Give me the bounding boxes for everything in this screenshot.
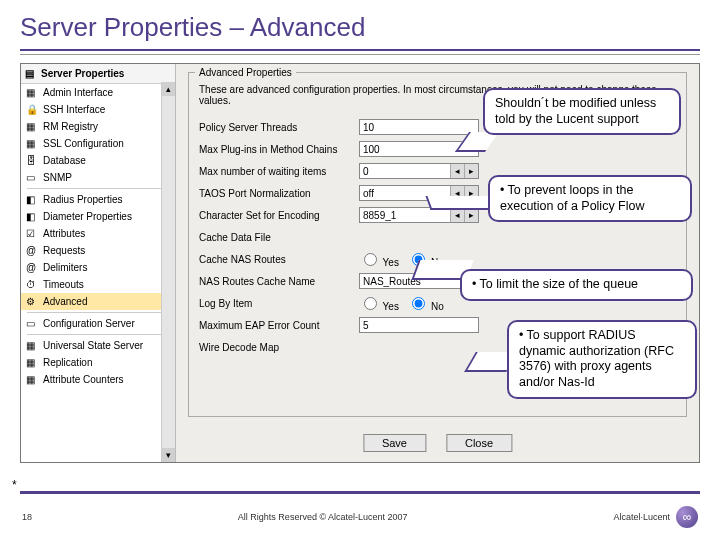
property-label: Character Set for Encoding <box>199 210 359 221</box>
sidebar-item-advanced[interactable]: ⚙Advanced <box>21 293 175 310</box>
property-input[interactable] <box>359 317 479 333</box>
spin-right-icon[interactable]: ▸ <box>464 164 478 178</box>
sidebar-item-ssl-configuration[interactable]: ▦SSL Configuration <box>21 135 175 152</box>
sidebar-item-snmp[interactable]: ▭SNMP <box>21 169 175 186</box>
sidebar-item-icon: ▭ <box>26 172 38 184</box>
sidebar-item-attributes[interactable]: ☑Attributes <box>21 225 175 242</box>
copyright: All Rights Reserved © Alcatel-Lucent 200… <box>238 512 408 522</box>
sidebar-item-ssh-interface[interactable]: 🔒SSH Interface <box>21 101 175 118</box>
sidebar-item-label: SSH Interface <box>43 104 105 115</box>
page-number: 18 <box>22 512 32 522</box>
callout-loops: • To prevent loops in the execution of a… <box>488 175 692 222</box>
property-label: Policy Server Threads <box>199 122 359 133</box>
sidebar-item-label: Universal State Server <box>43 340 143 351</box>
property-label: NAS Routes Cache Name <box>199 276 359 287</box>
brand-text: Alcatel·Lucent <box>613 512 670 522</box>
sidebar-item-icon: @ <box>26 245 38 257</box>
sidebar-scrollbar[interactable]: ▴ ▾ <box>161 82 175 462</box>
sidebar-item-label: Attribute Counters <box>43 374 124 385</box>
sidebar-item-icon: 🔒 <box>26 104 38 116</box>
sidebar-item-requests[interactable]: @Requests <box>21 242 175 259</box>
property-row: Max Plug-ins in Method Chains <box>199 138 676 160</box>
sidebar-item-diameter-properties[interactable]: ◧Diameter Properties <box>21 208 175 225</box>
sidebar-item-label: Requests <box>43 245 85 256</box>
spin-left-icon[interactable]: ◂ <box>450 164 464 178</box>
sidebar-item-label: SSL Configuration <box>43 138 124 149</box>
sidebar-item-label: Delimiters <box>43 262 87 273</box>
sidebar-item-icon: ▦ <box>26 357 38 369</box>
property-value: off <box>363 188 374 199</box>
property-label: Max number of waiting items <box>199 166 359 177</box>
sidebar-item-icon: ▭ <box>26 318 38 330</box>
sidebar-item-label: Radius Properties <box>43 194 122 205</box>
property-value: 8859_1 <box>363 210 396 221</box>
radio-no[interactable] <box>412 297 425 310</box>
close-button[interactable]: Close <box>446 434 512 452</box>
spin-right-icon[interactable]: ▸ <box>464 208 478 222</box>
property-row: Cache Data File <box>199 226 676 248</box>
sidebar-item-admin-interface[interactable]: ▦Admin Interface <box>21 84 175 101</box>
callout-support: Shouldn´t be modified unless told by the… <box>483 88 681 135</box>
property-spinner[interactable]: 0◂▸ <box>359 163 479 179</box>
sidebar-item-label: Admin Interface <box>43 87 113 98</box>
spin-left-icon[interactable]: ◂ <box>450 208 464 222</box>
sidebar-item-label: Diameter Properties <box>43 211 132 222</box>
save-button[interactable]: Save <box>363 434 426 452</box>
sidebar: Server Properties ▦Admin Interface🔒SSH I… <box>21 64 176 462</box>
radio-yes[interactable] <box>364 253 377 266</box>
property-label: Wire Decode Map <box>199 342 359 353</box>
property-label: Cache Data File <box>199 232 359 243</box>
brand-logo: Alcatel·Lucent ∞ <box>613 506 698 528</box>
callout-radius: • To support RADIUS dynamic authorizatio… <box>507 320 697 399</box>
sidebar-item-label: RM Registry <box>43 121 98 132</box>
sidebar-item-label: Database <box>43 155 86 166</box>
sidebar-item-icon: ◧ <box>26 194 38 206</box>
sidebar-item-label: Configuration Server <box>43 318 135 329</box>
property-label: Maximum EAP Error Count <box>199 320 359 331</box>
sidebar-item-label: Timeouts <box>43 279 84 290</box>
sidebar-item-universal-state-server[interactable]: ▦Universal State Server <box>21 337 175 354</box>
sidebar-item-icon: @ <box>26 262 38 274</box>
property-label: TAOS Port Normalization <box>199 188 359 199</box>
sidebar-item-icon: ▦ <box>26 374 38 386</box>
sidebar-item-database[interactable]: 🗄Database <box>21 152 175 169</box>
sidebar-item-delimiters[interactable]: @Delimiters <box>21 259 175 276</box>
title-rule-1 <box>20 49 700 51</box>
sidebar-item-configuration-server[interactable]: ▭Configuration Server <box>21 315 175 332</box>
fieldset-legend: Advanced Properties <box>195 67 296 78</box>
sidebar-item-icon: 🗄 <box>26 155 38 167</box>
sidebar-item-icon: ⚙ <box>26 296 38 308</box>
footnote-asterisk: * <box>12 478 17 492</box>
callout-tail <box>425 196 495 210</box>
brand-icon: ∞ <box>676 506 698 528</box>
sidebar-heading: Server Properties <box>21 64 175 84</box>
sidebar-item-label: Replication <box>43 357 92 368</box>
sidebar-item-icon: ▦ <box>26 138 38 150</box>
sidebar-item-icon: ☑ <box>26 228 38 240</box>
scroll-down-icon[interactable]: ▾ <box>162 448 175 462</box>
sidebar-item-replication[interactable]: ▦Replication <box>21 354 175 371</box>
sidebar-item-icon: ▦ <box>26 121 38 133</box>
title-rule-2 <box>20 54 700 55</box>
sidebar-item-icon: ◧ <box>26 211 38 223</box>
footer-rule <box>20 491 700 494</box>
sidebar-item-attribute-counters[interactable]: ▦Attribute Counters <box>21 371 175 388</box>
sidebar-item-rm-registry[interactable]: ▦RM Registry <box>21 118 175 135</box>
property-label: Cache NAS Routes <box>199 254 359 265</box>
property-label: Max Plug-ins in Method Chains <box>199 144 359 155</box>
radio-yes[interactable] <box>364 297 377 310</box>
page-footer: 18 All Rights Reserved © Alcatel-Lucent … <box>22 506 698 528</box>
sidebar-item-label: SNMP <box>43 172 72 183</box>
scroll-up-icon[interactable]: ▴ <box>162 82 175 96</box>
callout-queue: • To limit the size of the queue <box>460 269 693 301</box>
property-label: Log By Item <box>199 298 359 309</box>
sidebar-item-radius-properties[interactable]: ◧Radius Properties <box>21 191 175 208</box>
property-value: 0 <box>363 166 369 177</box>
sidebar-item-icon: ⏱ <box>26 279 38 291</box>
sidebar-item-label: Advanced <box>43 296 87 307</box>
sidebar-item-timeouts[interactable]: ⏱Timeouts <box>21 276 175 293</box>
sidebar-item-icon: ▦ <box>26 340 38 352</box>
property-input[interactable] <box>359 119 479 135</box>
sidebar-item-icon: ▦ <box>26 87 38 99</box>
page-title: Server Properties – Advanced <box>20 12 700 43</box>
